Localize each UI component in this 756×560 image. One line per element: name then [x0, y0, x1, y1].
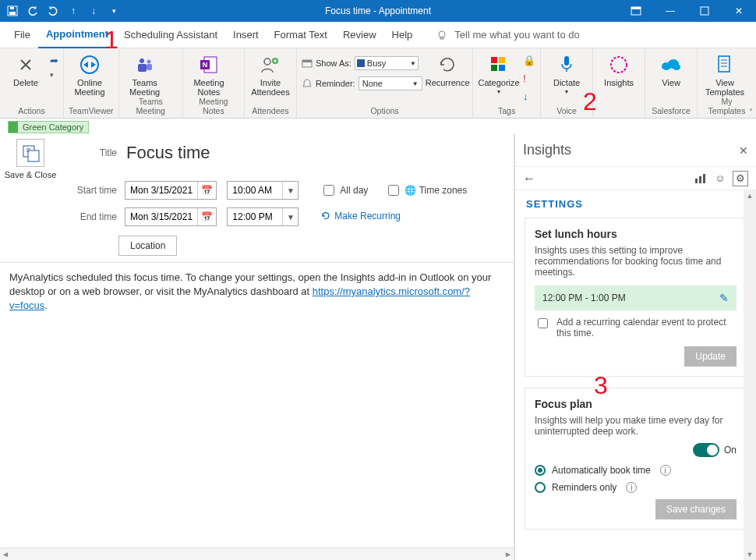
end-time-input[interactable] — [228, 208, 282, 225]
radio-checked-icon[interactable] — [535, 465, 546, 476]
reminders-only-option[interactable]: Reminders only i — [535, 482, 737, 493]
end-date-picker[interactable]: 📅 — [125, 207, 217, 226]
chevron-down-icon[interactable]: ▼ — [282, 208, 298, 225]
start-time-input[interactable] — [228, 182, 282, 199]
tab-insert[interactable]: Insert — [225, 22, 267, 48]
delete-icon — [14, 53, 37, 76]
tab-review[interactable]: Review — [335, 22, 384, 48]
qat-customize-icon[interactable]: ▾ — [108, 5, 120, 17]
back-icon[interactable]: ← — [523, 172, 535, 186]
make-recurring-label: Make Recurring — [334, 211, 401, 222]
time-zones-label: Time zones — [419, 185, 468, 196]
lunch-hours-chip[interactable]: 12:00 PM - 1:00 PM ✎ — [535, 285, 737, 310]
calendar-icon[interactable]: 📅 — [197, 182, 216, 199]
start-time-picker[interactable]: ▼ — [227, 181, 299, 200]
ribbon-group-attendees: Invite Attendees Attendees — [245, 48, 297, 118]
ribbon-display-options-icon[interactable] — [619, 0, 653, 22]
time-zones-checkbox[interactable]: 🌐Time zones — [385, 183, 468, 198]
save-icon[interactable] — [6, 5, 19, 17]
reminder-select[interactable]: None ▼ — [359, 76, 422, 90]
toggle-on-label: On — [724, 445, 737, 455]
start-time-label: Start time — [65, 178, 120, 203]
invite-attendees-button[interactable]: Invite Attendees — [249, 51, 291, 97]
tab-appointment[interactable]: Appointment — [38, 22, 116, 48]
radio-unchecked-icon[interactable] — [535, 482, 546, 493]
update-button[interactable]: Update — [684, 346, 737, 367]
teams-meeting-button[interactable]: Teams Meeting — [124, 51, 166, 97]
protect-lunch-checkbox[interactable]: Add a recurring calendar event to protec… — [535, 317, 737, 338]
auto-book-option[interactable]: Automatically book time i — [535, 465, 737, 476]
high-importance-icon[interactable]: ! — [523, 73, 535, 84]
feedback-icon[interactable]: ☺ — [712, 171, 728, 186]
end-time-picker[interactable]: ▼ — [227, 207, 299, 226]
scroll-up-icon[interactable]: ▲ — [747, 192, 754, 200]
all-day-label: All day — [340, 185, 368, 196]
arrow-up-icon[interactable]: ↑ — [67, 5, 79, 17]
tell-me-search[interactable]: Tell me what you want to do — [436, 29, 579, 41]
horizontal-scrollbar[interactable]: ◄ ► — [0, 548, 514, 560]
delete-button[interactable]: Delete — [5, 51, 47, 87]
start-date-input[interactable] — [125, 182, 197, 199]
info-icon[interactable]: i — [660, 465, 671, 476]
salesforce-view-button[interactable]: View — [650, 51, 692, 87]
tab-format-text[interactable]: Format Text — [267, 22, 335, 48]
minimize-button[interactable]: — — [653, 0, 687, 22]
chevron-down-icon[interactable]: ▼ — [282, 182, 298, 199]
save-and-close-button[interactable]: Save & Close — [0, 134, 61, 262]
redo-icon[interactable] — [47, 5, 59, 17]
settings-icon[interactable]: ⚙ — [733, 171, 748, 186]
close-button[interactable]: ✕ — [722, 0, 756, 22]
end-date-input[interactable] — [125, 208, 197, 225]
arrow-down-icon[interactable]: ↓ — [87, 5, 100, 17]
scroll-left-icon[interactable]: ◄ — [2, 550, 9, 558]
appointment-form-pane: Save & Close Title Start time 📅 — [0, 134, 514, 560]
salesforce-icon — [659, 53, 683, 76]
group-label-meeting-notes: Meeting Notes — [188, 97, 239, 116]
start-date-picker[interactable]: 📅 — [125, 181, 217, 200]
group-label-teamviewer: TeamViewer — [69, 106, 114, 116]
info-icon[interactable]: i — [626, 482, 637, 493]
close-pane-icon[interactable]: ✕ — [739, 144, 748, 157]
tab-help[interactable]: Help — [384, 22, 421, 48]
categorize-button[interactable]: Categorize ▾ — [478, 51, 520, 97]
location-button[interactable]: Location — [118, 236, 177, 256]
lunch-hours-card: Set lunch hours Insights uses this setti… — [525, 218, 747, 377]
ribbon-group-teamviewer: Online Meeting TeamViewer — [64, 48, 119, 118]
online-meeting-button[interactable]: Online Meeting — [69, 51, 111, 97]
stats-icon[interactable] — [692, 171, 708, 186]
onenote-icon: N — [197, 53, 221, 76]
undo-icon[interactable] — [26, 5, 39, 17]
appointment-body[interactable]: MyAnalytics scheduled this focus time. T… — [0, 262, 514, 548]
lunch-hours-value: 12:00 PM - 1:00 PM — [542, 292, 626, 303]
low-importance-icon[interactable]: ↓ — [523, 90, 535, 102]
edit-icon[interactable]: ✎ — [719, 292, 729, 304]
private-icon[interactable]: 🔒 — [523, 55, 535, 66]
scroll-right-icon[interactable]: ► — [504, 550, 512, 558]
collapse-ribbon-icon[interactable]: ˄ — [749, 108, 753, 116]
recurrence-button[interactable]: Recurrence — [426, 51, 470, 87]
save-changes-button[interactable]: Save changes — [655, 499, 737, 519]
meeting-notes-button[interactable]: N Meeting Notes — [188, 51, 230, 97]
all-day-checkbox[interactable]: All day — [320, 183, 368, 198]
insights-scrollbar[interactable]: ▲ ▼ — [744, 190, 756, 560]
forward-icon[interactable]: ➦ — [50, 55, 58, 66]
invite-attendees-label: Invite Attendees — [249, 78, 291, 97]
title-input[interactable] — [125, 142, 421, 164]
make-recurring-link[interactable]: Make Recurring — [320, 211, 401, 222]
category-chip-green[interactable]: Green Category — [8, 121, 89, 133]
tab-scheduling-assistant[interactable]: Scheduling Assistant — [116, 22, 225, 48]
dictate-button[interactable]: Dictate ▾ — [546, 51, 588, 97]
online-meeting-label: Online Meeting — [69, 78, 111, 97]
body-text-after: . — [44, 299, 48, 311]
insights-button[interactable]: Insights — [598, 51, 640, 87]
calendar-icon[interactable]: 📅 — [197, 208, 216, 225]
scroll-down-icon[interactable]: ▼ — [747, 551, 754, 558]
focus-plan-toggle[interactable] — [693, 443, 719, 457]
show-as-select[interactable]: Busy ▼ — [355, 56, 419, 70]
microphone-icon — [555, 53, 578, 76]
more-actions-icon[interactable]: ▾ — [50, 71, 58, 79]
chevron-down-icon: ▼ — [412, 80, 419, 87]
view-templates-button[interactable]: View Templates — [702, 51, 747, 97]
maximize-button[interactable] — [687, 0, 722, 22]
tab-file[interactable]: File — [6, 22, 38, 48]
